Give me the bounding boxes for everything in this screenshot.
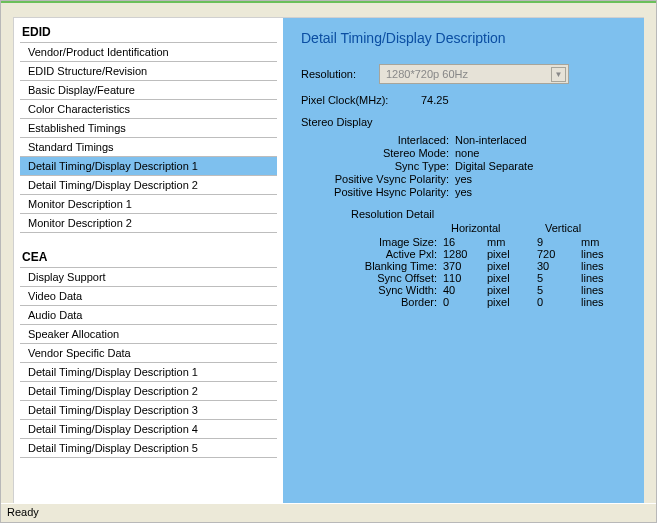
- kv-row: Positive Vsync Polarity:yes: [301, 173, 631, 185]
- resdet-v-value: 9: [537, 236, 581, 248]
- resolution-dropdown-value: 1280*720p 60Hz: [386, 68, 468, 80]
- resdet-v-unit: lines: [581, 272, 631, 284]
- kv-key: Sync Type:: [301, 160, 455, 172]
- resolution-detail-header: Resolution Detail: [351, 208, 631, 220]
- detail-title: Detail Timing/Display Description: [301, 30, 631, 46]
- resdet-v-value: 5: [537, 284, 581, 296]
- resdet-v-value: 0: [537, 296, 581, 308]
- kv-key: Positive Hsync Polarity:: [301, 186, 455, 198]
- category-item[interactable]: Detail Timing/Display Description 1: [20, 363, 277, 382]
- resdet-h-unit: pixel: [487, 296, 537, 308]
- resdet-row: Blanking Time:370pixel30lines: [301, 260, 631, 272]
- resolution-label: Resolution:: [301, 68, 379, 80]
- category-header: EDID: [20, 22, 277, 43]
- detail-panel: Detail Timing/Display Description Resolu…: [283, 18, 644, 503]
- resdet-key: Blanking Time:: [301, 260, 443, 272]
- resdet-h-unit: pixel: [487, 248, 537, 260]
- status-bar: Ready: [1, 503, 656, 522]
- status-text: Ready: [7, 506, 39, 518]
- resdet-v-value: 720: [537, 248, 581, 260]
- resdet-h-unit: pixel: [487, 260, 537, 272]
- edid-editor-window: EDIDVendor/Product IdentificationEDID St…: [0, 0, 657, 523]
- resdet-h-value: 40: [443, 284, 487, 296]
- kv-row: Sync Type:Digital Separate: [301, 160, 631, 172]
- resdet-v-unit: lines: [581, 284, 631, 296]
- category-item[interactable]: Video Data: [20, 287, 277, 306]
- category-item[interactable]: Detail Timing/Display Description 1: [20, 157, 277, 176]
- category-item[interactable]: Monitor Description 2: [20, 214, 277, 233]
- chevron-down-icon: ▼: [551, 67, 566, 82]
- resdet-row: Border:0pixel0lines: [301, 296, 631, 308]
- category-item[interactable]: EDID Structure/Revision: [20, 62, 277, 81]
- resdet-v-value: 5: [537, 272, 581, 284]
- category-item[interactable]: Color Characteristics: [20, 100, 277, 119]
- resdet-h-value: 110: [443, 272, 487, 284]
- col-vertical: Vertical: [545, 222, 625, 234]
- kv-value: yes: [455, 173, 472, 185]
- kv-value: Digital Separate: [455, 160, 533, 172]
- category-header: CEA: [20, 247, 277, 268]
- kv-key: Positive Vsync Polarity:: [301, 173, 455, 185]
- resdet-v-value: 30: [537, 260, 581, 272]
- pixel-clock-label: Pixel Clock(MHz):: [301, 94, 421, 106]
- category-item[interactable]: Basic Display/Feature: [20, 81, 277, 100]
- resdet-h-unit: pixel: [487, 272, 537, 284]
- resdet-key: Sync Offset:: [301, 272, 443, 284]
- resolution-row: Resolution: 1280*720p 60Hz ▼: [301, 64, 631, 84]
- kv-value: Non-interlaced: [455, 134, 527, 146]
- resdet-v-unit: mm: [581, 236, 631, 248]
- kv-row: Positive Hsync Polarity:yes: [301, 186, 631, 198]
- stereo-header: Stereo Display: [301, 116, 631, 128]
- resdet-v-unit: lines: [581, 248, 631, 260]
- pixel-clock-row: Pixel Clock(MHz): 74.25: [301, 94, 631, 106]
- resdet-v-unit: lines: [581, 260, 631, 272]
- resolution-detail-columns: Horizontal Vertical: [451, 222, 631, 234]
- resdet-key: Image Size:: [301, 236, 443, 248]
- kv-key: Interlaced:: [301, 134, 455, 146]
- pixel-clock-value: 74.25: [421, 94, 449, 106]
- category-item[interactable]: Detail Timing/Display Description 5: [20, 439, 277, 458]
- kv-row: Stereo Mode:none: [301, 147, 631, 159]
- resdet-row: Sync Width:40pixel5lines: [301, 284, 631, 296]
- category-item[interactable]: Monitor Description 1: [20, 195, 277, 214]
- resdet-row: Active Pxl:1280pixel720lines: [301, 248, 631, 260]
- category-item[interactable]: Display Support: [20, 268, 277, 287]
- category-item[interactable]: Standard Timings: [20, 138, 277, 157]
- resdet-key: Border:: [301, 296, 443, 308]
- resolution-dropdown[interactable]: 1280*720p 60Hz ▼: [379, 64, 569, 84]
- resdet-row: Sync Offset:110pixel5lines: [301, 272, 631, 284]
- resolution-detail-table: Image Size:16mm9mmActive Pxl:1280pixel72…: [301, 236, 631, 308]
- col-horizontal: Horizontal: [451, 222, 545, 234]
- category-item[interactable]: Vendor/Product Identification: [20, 43, 277, 62]
- category-item[interactable]: Detail Timing/Display Description 3: [20, 401, 277, 420]
- category-item[interactable]: Detail Timing/Display Description 2: [20, 382, 277, 401]
- resdet-row: Image Size:16mm9mm: [301, 236, 631, 248]
- category-item[interactable]: Detail Timing/Display Description 2: [20, 176, 277, 195]
- resdet-h-unit: pixel: [487, 284, 537, 296]
- content-frame: EDIDVendor/Product IdentificationEDID St…: [13, 17, 644, 503]
- resdet-h-value: 1280: [443, 248, 487, 260]
- category-item[interactable]: Speaker Allocation: [20, 325, 277, 344]
- resdet-h-value: 16: [443, 236, 487, 248]
- kv-value: yes: [455, 186, 472, 198]
- category-sidebar: EDIDVendor/Product IdentificationEDID St…: [14, 18, 283, 503]
- category-item[interactable]: Detail Timing/Display Description 4: [20, 420, 277, 439]
- resdet-v-unit: lines: [581, 296, 631, 308]
- resdet-h-value: 0: [443, 296, 487, 308]
- category-item[interactable]: Audio Data: [20, 306, 277, 325]
- resdet-key: Active Pxl:: [301, 248, 443, 260]
- resdet-key: Sync Width:: [301, 284, 443, 296]
- category-item[interactable]: Vendor Specific Data: [20, 344, 277, 363]
- tab-strip: [1, 1, 656, 11]
- resdet-h-unit: mm: [487, 236, 537, 248]
- kv-key: Stereo Mode:: [301, 147, 455, 159]
- kv-value: none: [455, 147, 479, 159]
- category-item[interactable]: Established Timings: [20, 119, 277, 138]
- kv-row: Interlaced:Non-interlaced: [301, 134, 631, 146]
- resdet-h-value: 370: [443, 260, 487, 272]
- stereo-kv-list: Interlaced:Non-interlacedStereo Mode:non…: [301, 134, 631, 198]
